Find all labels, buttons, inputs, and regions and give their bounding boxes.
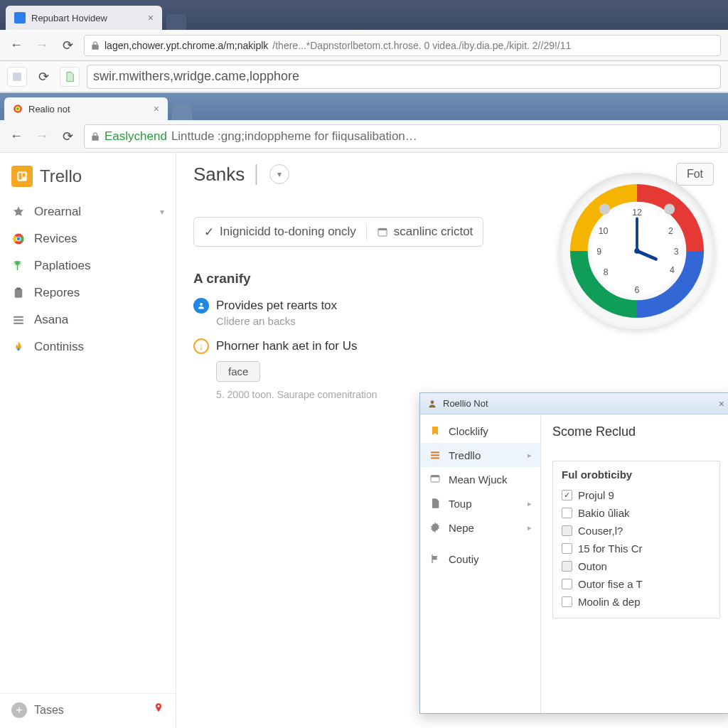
- check-label: Outor fise a T: [578, 578, 643, 590]
- check-row[interactable]: Outor fise a T: [562, 575, 711, 593]
- lock-icon: [90, 41, 100, 50]
- filter-seg-left[interactable]: ✓ Inignicidd to-doning oncly: [194, 218, 366, 246]
- chevron-right-icon: ▸: [528, 499, 532, 508]
- calendar-icon: [377, 226, 388, 237]
- page-icon[interactable]: [60, 67, 80, 87]
- checkbox-icon[interactable]: [562, 596, 572, 607]
- clipboard-icon: [11, 286, 26, 300]
- svg-text:9: 9: [596, 247, 601, 257]
- check-icon: ✓: [204, 225, 214, 240]
- feed-entry-row[interactable]: Provides pet rearts tox: [193, 298, 563, 314]
- checkbox-icon[interactable]: [562, 561, 572, 572]
- popup-side-nepe[interactable]: Nepe ▸: [420, 515, 540, 540]
- inner-browser-tab[interactable]: Realio not ×: [4, 97, 168, 120]
- outer-omnibox[interactable]: lagen,chower.ypt.chrome.a/m;nakiplk /the…: [84, 35, 721, 56]
- brand[interactable]: Trello: [0, 163, 176, 198]
- forward-button[interactable]: [33, 36, 51, 55]
- sidebar-item-repores[interactable]: Repores: [0, 279, 176, 306]
- svg-rect-4: [17, 171, 27, 181]
- checkbox-icon[interactable]: [562, 543, 572, 554]
- omnibox-host: lagen,chower.ypt.chrome.a/m;nakiplk: [105, 40, 268, 51]
- svg-rect-14: [14, 316, 23, 318]
- svg-rect-42: [431, 457, 439, 459]
- lock-icon: [90, 132, 100, 141]
- popup-group-title: Ful orobticiby: [562, 469, 711, 481]
- svg-text:10: 10: [599, 226, 609, 236]
- back-button[interactable]: [7, 127, 26, 146]
- feed-entry-button[interactable]: face: [216, 361, 260, 382]
- sidebar-item-label: Continiss: [34, 340, 84, 354]
- check-row[interactable]: Couser,l?: [562, 522, 711, 540]
- omnibox-path: /there...*Dapnstorlbetom.ct.hrose. 0 vid…: [272, 40, 571, 51]
- check-row[interactable]: 15 for This Cr: [562, 540, 711, 557]
- sidebar-item-continiss[interactable]: Continiss: [0, 333, 176, 360]
- reload-button[interactable]: [58, 127, 77, 146]
- checkbox-icon[interactable]: [562, 490, 572, 500]
- back-button[interactable]: [7, 36, 26, 55]
- svg-rect-0: [13, 73, 21, 81]
- extension-icon[interactable]: [7, 67, 27, 87]
- bookmark-icon: [429, 424, 441, 437]
- svg-point-17: [158, 705, 160, 707]
- filter-seg-right[interactable]: scanlinc crictot: [367, 218, 483, 246]
- reload-button[interactable]: [58, 36, 77, 55]
- new-tab-button[interactable]: [172, 105, 192, 120]
- popup-side-toup[interactable]: Toup ▸: [420, 491, 540, 515]
- svg-rect-41: [431, 454, 439, 456]
- check-row[interactable]: Outon: [562, 557, 711, 575]
- checkbox-icon[interactable]: [562, 508, 572, 518]
- new-tab-button[interactable]: [166, 14, 186, 30]
- check-row[interactable]: Bakio ûliak: [562, 504, 711, 522]
- brand-icon: [11, 166, 33, 187]
- tab-favicon: [14, 12, 26, 23]
- palm-icon: [11, 259, 26, 273]
- close-icon[interactable]: ×: [719, 398, 724, 410]
- close-icon[interactable]: ×: [154, 103, 159, 114]
- close-icon[interactable]: ×: [148, 12, 154, 23]
- svg-rect-5: [19, 173, 22, 180]
- svg-text:2: 2: [668, 226, 673, 236]
- check-label: Outon: [578, 560, 607, 572]
- check-row[interactable]: Projul 9: [562, 486, 711, 504]
- forward-button[interactable]: [33, 127, 51, 146]
- header-action-button[interactable]: Fot: [676, 163, 714, 186]
- feed-entry: ↓ Phorner hank aet in for Us face 5. 200…: [193, 338, 563, 400]
- page-green-icon: [64, 71, 75, 82]
- svg-rect-12: [15, 289, 23, 298]
- outer-address-bar: lagen,chower.ypt.chrome.a/m;nakiplk /the…: [0, 30, 728, 61]
- popup-titlebar[interactable]: Roellio Not ×: [420, 393, 728, 414]
- popup-heading: Scome Reclud: [552, 424, 720, 439]
- divider: │: [252, 164, 262, 184]
- popup-side-meanwjuck[interactable]: Mean Wjuck: [420, 467, 540, 491]
- reload-button-2[interactable]: [34, 68, 53, 86]
- svg-point-20: [200, 303, 203, 306]
- brand-label: Trello: [40, 166, 82, 186]
- secondary-omnibox[interactable]: swir.mwithers,wridge.came,lopphore: [87, 65, 721, 89]
- svg-rect-6: [23, 173, 26, 177]
- sidebar-item-orearnal[interactable]: Orearnal ▾: [0, 198, 176, 225]
- outer-browser-tab[interactable]: Repubart Hovidew ×: [6, 6, 162, 30]
- puzzle-icon: [11, 70, 23, 83]
- feed-entry-row[interactable]: ↓ Phorner hank aet in for Us: [193, 338, 563, 354]
- popup-side-label: Toup: [449, 498, 472, 510]
- outer-tab-title: Repubart Hovidew: [31, 13, 142, 23]
- svg-rect-44: [431, 476, 439, 478]
- checkbox-icon[interactable]: [562, 525, 572, 536]
- chrome-icon: [11, 232, 26, 246]
- checkbox-icon[interactable]: [562, 579, 572, 589]
- sidebar-item-asana[interactable]: Asana: [0, 306, 176, 333]
- sidebar-item-paplatioes[interactable]: Paplatioes: [0, 252, 176, 279]
- sidebar-footer-label: Tases: [34, 704, 153, 717]
- svg-point-3: [16, 107, 19, 110]
- title-dropdown[interactable]: ▾: [269, 164, 289, 184]
- popup-side-clocklify[interactable]: Clocklify: [420, 419, 540, 443]
- check-row[interactable]: Moolin & dep: [562, 593, 711, 611]
- pin-icon[interactable]: [153, 701, 164, 719]
- popup-side-tredllo[interactable]: Tredllo ▸: [420, 443, 540, 467]
- popup-side-coutiy[interactable]: Coutiy: [420, 547, 540, 571]
- filter-bar[interactable]: ✓ Inignicidd to-doning oncly scanlinc cr…: [193, 217, 483, 247]
- sidebar-item-revices[interactable]: Revices: [0, 225, 176, 252]
- add-icon[interactable]: +: [11, 702, 27, 718]
- inner-omnibox[interactable]: Easlychend Linttude :gng;indoppheme for …: [84, 124, 721, 149]
- svg-point-38: [664, 204, 675, 215]
